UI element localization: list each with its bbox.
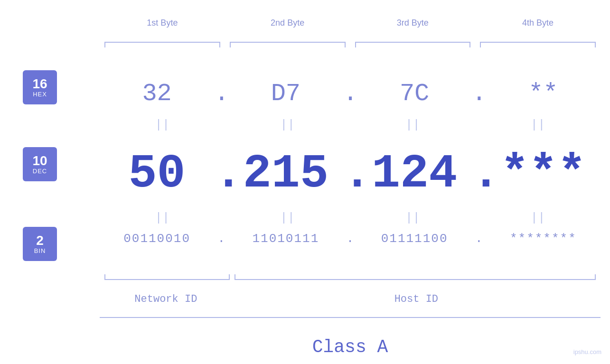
equals-dec-2: || [225,211,350,225]
bracket-2 [230,42,346,47]
bin-value-2: 11010111 [228,232,343,246]
top-brackets-row [100,42,601,47]
equals-hex-1: || [100,118,225,132]
equals-hex-4: || [475,118,601,132]
bin-badge: 2 BIN [23,227,57,261]
equals-hex-2: || [225,118,350,132]
hex-value-4: ** [486,80,601,108]
hex-dot-2: . [343,80,357,108]
bin-value-3: 01111100 [357,232,472,246]
equals-dec-1: || [100,211,225,225]
dec-row: 50 . 215 . 124 . *** [100,147,601,201]
dec-value-3: 124 [357,147,472,201]
byte-headers-row: 1st Byte 2nd Byte 3rd Byte 4th Byte [100,18,601,28]
class-label: Class A [100,337,601,357]
dec-dot-2: . [343,147,357,201]
dec-value-1: 50 [100,147,214,201]
watermark: ipshu.com [573,348,601,355]
bin-value-4: ******** [486,232,601,246]
hex-badge-num: 16 [32,77,47,91]
bin-row: 00110010 . 11010111 . 01111100 . *******… [100,232,601,246]
byte-header-3: 3rd Byte [350,18,476,28]
bracket-3 [355,42,471,47]
host-id-label: Host ID [232,293,601,305]
equals-dec-3: || [350,211,476,225]
main-container: 16 HEX 10 DEC 2 BIN 1st Byte 2nd Byte 3r… [0,0,610,364]
dec-badge-num: 10 [32,154,47,168]
bottom-bracket-network [104,274,230,280]
byte-header-1: 1st Byte [100,18,225,28]
bottom-brackets-row [100,274,601,280]
network-id-label: Network ID [100,293,232,305]
bottom-bracket-host [235,274,596,280]
equals-dec-row: || || || || [100,211,601,225]
equals-dec-4: || [475,211,601,225]
content-area: 1st Byte 2nd Byte 3rd Byte 4th Byte 32 .… [71,9,601,355]
bin-badge-label: BIN [34,247,46,254]
hex-row: 32 . D7 . 7C . ** [100,80,601,108]
bin-dot-1: . [214,232,228,246]
dec-value-2: 215 [228,147,343,201]
dec-badge: 10 DEC [23,147,57,181]
hex-badge: 16 HEX [23,70,57,104]
bin-badge-num: 2 [36,234,44,247]
hex-badge-label: HEX [33,91,47,98]
hex-dot-1: . [214,80,228,108]
byte-header-2: 2nd Byte [225,18,350,28]
bin-value-1: 00110010 [100,232,214,246]
hex-dot-3: . [472,80,486,108]
dec-dot-1: . [214,147,228,201]
equals-hex-row: || || || || [100,118,601,132]
hex-value-3: 7C [357,80,472,108]
hex-value-2: D7 [228,80,343,108]
dec-dot-3: . [472,147,486,201]
class-line [100,317,601,318]
bin-dot-2: . [343,232,357,246]
hex-value-1: 32 [100,80,214,108]
dec-badge-label: DEC [33,168,47,175]
bracket-1 [104,42,220,47]
bracket-4 [480,42,596,47]
byte-header-4: 4th Byte [475,18,601,28]
bin-dot-3: . [472,232,486,246]
equals-hex-3: || [350,118,476,132]
dec-value-4: *** [486,147,601,201]
